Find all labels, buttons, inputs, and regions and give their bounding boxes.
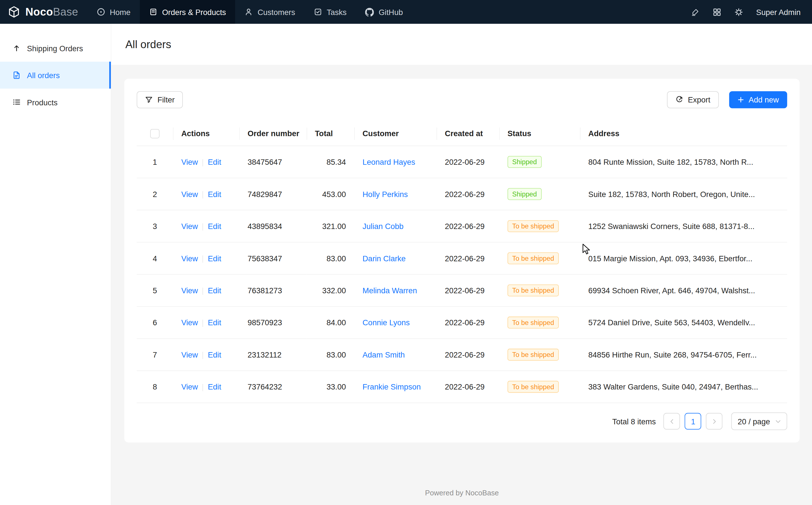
view-link[interactable]: View xyxy=(181,318,198,327)
customers-icon xyxy=(245,8,253,16)
navbar-right: Super Admin xyxy=(691,8,812,16)
nav-item-label: Customers xyxy=(257,8,295,16)
add-new-button[interactable]: Add new xyxy=(729,91,787,108)
edit-link[interactable]: Edit xyxy=(208,254,221,263)
col-header-order-number: Order number xyxy=(239,121,307,146)
col-header-status: Status xyxy=(499,121,580,146)
page-size-select[interactable]: 20 / page xyxy=(731,412,787,430)
col-header-actions: Actions xyxy=(173,121,239,146)
orders-card: Filter Export xyxy=(124,79,800,443)
edit-link[interactable]: Edit xyxy=(208,190,221,198)
order-number: 43895834 xyxy=(248,222,282,230)
edit-link[interactable]: Edit xyxy=(208,157,221,166)
sidebar-item-shipping-orders[interactable]: Shipping Orders xyxy=(0,35,111,62)
row-index: 8 xyxy=(153,382,157,391)
order-total: 332.00 xyxy=(322,286,346,295)
sidebar-item-products[interactable]: Products xyxy=(0,89,111,116)
nav-item-label: GitHub xyxy=(379,8,403,16)
nav-item-home[interactable]: Home xyxy=(87,0,140,24)
table-row: 2 ViewEdit 74829847 453.00 Holly Perkins… xyxy=(137,178,787,210)
user-menu[interactable]: Super Admin xyxy=(756,8,801,16)
github-icon xyxy=(365,8,374,16)
blocks-icon[interactable] xyxy=(713,8,722,16)
nav-item-customers[interactable]: Customers xyxy=(235,0,304,24)
action-divider xyxy=(203,191,203,198)
status-badge: Shipped xyxy=(508,156,542,168)
address-text: 84856 Hirthe Run, Suite 268, 94754-6705,… xyxy=(588,350,757,359)
action-divider xyxy=(203,320,203,327)
edit-link[interactable]: Edit xyxy=(208,318,221,327)
customer-link[interactable]: Adam Smith xyxy=(362,350,405,359)
order-total: 83.00 xyxy=(326,254,346,263)
row-index: 2 xyxy=(153,190,157,198)
address-text: Suite 182, 15783, North Robert, Oregon, … xyxy=(588,190,755,198)
row-index: 6 xyxy=(153,318,157,327)
status-badge: To be shipped xyxy=(508,349,559,361)
pagination-total: Total 8 items xyxy=(612,417,656,426)
orders-table: Actions Order number Total Customer Crea… xyxy=(137,121,787,403)
view-link[interactable]: View xyxy=(181,254,198,263)
row-index: 5 xyxy=(153,286,157,295)
order-total: 33.00 xyxy=(326,382,346,391)
customer-link[interactable]: Connie Lyons xyxy=(362,318,410,327)
ui-editor-icon[interactable] xyxy=(691,8,700,16)
table-row: 6 ViewEdit 98570923 84.00 Connie Lyons 2… xyxy=(137,307,787,339)
action-divider xyxy=(203,255,203,263)
view-link[interactable]: View xyxy=(181,157,198,166)
view-link[interactable]: View xyxy=(181,382,198,391)
chevron-right-icon xyxy=(712,418,717,424)
view-link[interactable]: View xyxy=(181,286,198,295)
created-at: 2022-06-29 xyxy=(445,382,484,391)
nocobase-logo-icon xyxy=(7,5,21,19)
filter-button[interactable]: Filter xyxy=(137,91,183,108)
customer-link[interactable]: Julian Cobb xyxy=(362,222,403,230)
status-badge: To be shipped xyxy=(508,317,559,328)
page-1-button[interactable]: 1 xyxy=(685,413,702,430)
next-page-button[interactable] xyxy=(706,413,723,430)
customer-link[interactable]: Holly Perkins xyxy=(362,190,408,198)
created-at: 2022-06-29 xyxy=(445,286,484,295)
customer-link[interactable]: Melinda Warren xyxy=(362,286,417,295)
nav-item-orders-products[interactable]: Orders & Products xyxy=(140,0,235,24)
top-menu: Home Orders & Products Customers Tasks xyxy=(87,0,412,24)
status-badge: To be shipped xyxy=(508,220,559,232)
table-row: 7 ViewEdit 23132112 83.00 Adam Smith 202… xyxy=(137,339,787,370)
view-link[interactable]: View xyxy=(181,190,198,198)
customer-link[interactable]: Darin Clarke xyxy=(362,254,406,263)
app-screen: NocoBase Home Orders & Products Customer… xyxy=(0,0,812,505)
nav-item-github[interactable]: GitHub xyxy=(356,0,412,24)
export-button[interactable]: Export xyxy=(667,91,719,108)
edit-link[interactable]: Edit xyxy=(208,350,221,359)
sidebar-item-all-orders[interactable]: All orders xyxy=(0,62,111,89)
table-header-row: Actions Order number Total Customer Crea… xyxy=(137,121,787,146)
content-area: Filter Export xyxy=(111,65,812,505)
edit-link[interactable]: Edit xyxy=(208,286,221,295)
row-index: 4 xyxy=(153,254,157,263)
sidebar-item-label: All orders xyxy=(27,71,60,79)
edit-link[interactable]: Edit xyxy=(208,382,221,391)
view-link[interactable]: View xyxy=(181,222,198,230)
edit-link[interactable]: Edit xyxy=(208,222,221,230)
view-link[interactable]: View xyxy=(181,350,198,359)
nocobase-logo[interactable]: NocoBase xyxy=(0,5,87,19)
customer-link[interactable]: Frankie Simpson xyxy=(362,382,421,391)
brand-noco: Noco xyxy=(25,6,53,18)
tasks-icon xyxy=(314,8,322,16)
prev-page-button[interactable] xyxy=(664,413,681,430)
customer-link[interactable]: Leonard Hayes xyxy=(362,157,415,166)
address-text: 383 Walter Gardens, Suite 040, 24947, Be… xyxy=(588,382,758,391)
col-header-address: Address xyxy=(580,121,787,146)
gear-icon[interactable] xyxy=(735,8,743,16)
select-all-checkbox[interactable] xyxy=(150,129,160,138)
export-button-label: Export xyxy=(688,96,710,104)
filter-button-label: Filter xyxy=(157,96,175,104)
nav-item-tasks[interactable]: Tasks xyxy=(304,0,356,24)
address-text: 69934 Schoen River, Apt. 646, 49704, Wal… xyxy=(588,286,755,295)
col-header-total: Total xyxy=(307,121,354,146)
list-icon xyxy=(12,98,21,106)
action-divider xyxy=(203,159,203,166)
action-divider xyxy=(203,352,203,359)
order-total: 453.00 xyxy=(322,190,346,198)
address-text: 804 Runte Mission, Suite 182, 15783, Nor… xyxy=(588,157,753,166)
brand-text: NocoBase xyxy=(25,6,78,18)
